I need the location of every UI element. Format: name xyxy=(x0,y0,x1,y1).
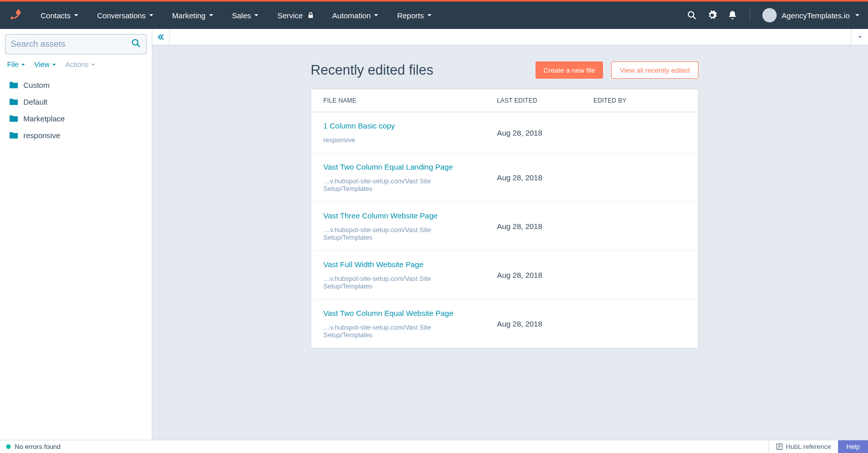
file-path: …v.hubspot-site-setup.com/Vast Site Setu… xyxy=(323,226,473,241)
file-name-link[interactable]: Vast Two Column Equal Website Page xyxy=(323,309,473,317)
main: Recently edited files Create a new file … xyxy=(152,29,868,440)
status-bar: No errors found HubL reference Help xyxy=(0,440,868,453)
status-text: No errors found xyxy=(15,443,60,450)
status-left: No errors found xyxy=(0,443,60,450)
account-label: AgencyTemplates.io xyxy=(782,11,850,20)
view-menu[interactable]: View xyxy=(35,60,56,69)
last-edited: Aug 28, 2018 xyxy=(485,119,581,146)
file-path: …v.hubspot-site-setup.com/Vast Site Setu… xyxy=(323,275,473,290)
nav-sales[interactable]: Sales xyxy=(223,2,269,29)
folder-marketplace[interactable]: Marketplace xyxy=(2,110,150,127)
nav-label: Reports xyxy=(397,11,424,20)
lock-icon xyxy=(307,12,314,19)
last-edited: Aug 28, 2018 xyxy=(485,213,581,240)
avatar xyxy=(762,8,777,22)
table-row[interactable]: Vast Two Column Equal Landing Page …v.hu… xyxy=(311,153,698,202)
nav-reports[interactable]: Reports xyxy=(388,2,441,29)
file-name-link[interactable]: 1 Column Basic copy xyxy=(323,121,473,130)
panel-header: Recently edited files Create a new file … xyxy=(311,61,698,79)
view-all-button[interactable]: View all recently edited xyxy=(611,61,698,79)
nav-items: Contacts Conversations Marketing Sales S… xyxy=(31,2,687,29)
col-file-name: FILE NAME xyxy=(311,89,485,112)
account-menu[interactable]: AgencyTemplates.io xyxy=(762,8,860,22)
nav-label: Automation xyxy=(332,11,371,20)
files-table: FILE NAME LAST EDITED EDITED BY 1 Column… xyxy=(311,89,698,348)
top-nav: Contacts Conversations Marketing Sales S… xyxy=(0,2,868,29)
nav-label: Conversations xyxy=(97,11,146,20)
search-box[interactable] xyxy=(5,34,147,54)
col-edited-by: EDITED BY xyxy=(581,89,698,112)
content: Recently edited files Create a new file … xyxy=(152,45,868,348)
last-edited: Aug 28, 2018 xyxy=(485,164,581,191)
nav-label: Contacts xyxy=(41,11,71,20)
bell-icon[interactable] xyxy=(727,10,738,20)
chevron-down-icon xyxy=(209,13,214,18)
folder-label: Custom xyxy=(23,81,50,89)
toolbar-menu-button[interactable] xyxy=(851,29,868,45)
last-edited: Aug 28, 2018 xyxy=(485,262,581,288)
nav-right: AgencyTemplates.io xyxy=(687,8,860,22)
chevron-down-icon xyxy=(149,13,154,18)
hubl-label: HubL reference xyxy=(786,443,831,450)
file-menu[interactable]: File xyxy=(7,60,25,69)
svg-point-7 xyxy=(132,40,138,45)
secondary-toolbar xyxy=(152,29,868,45)
table-header: FILE NAME LAST EDITED EDITED BY xyxy=(311,89,698,112)
toolbar-fill xyxy=(170,29,851,45)
sidebar: File View Actions Custom Default xyxy=(0,29,152,440)
folder-responsive[interactable]: responsive xyxy=(2,127,150,144)
table-row[interactable]: Vast Two Column Equal Website Page …v.hu… xyxy=(311,300,698,348)
chevron-down-icon xyxy=(374,13,379,18)
table-row[interactable]: Vast Full Width Website Page …v.hubspot-… xyxy=(311,251,698,300)
chevron-down-icon xyxy=(91,62,95,67)
collapse-sidebar-button[interactable] xyxy=(152,29,170,45)
chevron-down-icon xyxy=(427,13,432,18)
help-button[interactable]: Help xyxy=(838,440,868,453)
label: File xyxy=(7,60,19,69)
hubl-reference-button[interactable]: HubL reference xyxy=(769,440,838,453)
edited-by xyxy=(581,169,698,187)
folder-label: responsive xyxy=(23,131,60,140)
nav-conversations[interactable]: Conversations xyxy=(88,2,163,29)
nav-service[interactable]: Service xyxy=(268,2,323,29)
nav-marketing[interactable]: Marketing xyxy=(163,2,223,29)
edited-by xyxy=(581,217,698,236)
edited-by xyxy=(581,123,698,142)
nav-label: Service xyxy=(277,11,303,20)
file-name-link[interactable]: Vast Three Column Website Page xyxy=(323,211,473,220)
panel: Recently edited files Create a new file … xyxy=(311,61,698,348)
file-path: …v.hubspot-site-setup.com/Vast Site Setu… xyxy=(323,323,473,339)
folder-label: Marketplace xyxy=(23,114,65,123)
folder-custom[interactable]: Custom xyxy=(2,77,150,93)
folder-icon xyxy=(9,81,18,89)
svg-line-6 xyxy=(693,17,695,19)
file-path: responsive xyxy=(323,136,473,144)
chevron-down-icon xyxy=(52,62,56,67)
search-input[interactable] xyxy=(11,39,131,49)
actions-menu: Actions xyxy=(65,60,95,69)
gear-icon[interactable] xyxy=(707,10,717,20)
chevron-down-icon xyxy=(254,13,259,18)
table-row[interactable]: Vast Three Column Website Page …v.hubspo… xyxy=(311,202,698,251)
folder-icon xyxy=(9,115,18,122)
file-name-link[interactable]: Vast Full Width Website Page xyxy=(323,260,473,269)
table-row[interactable]: 1 Column Basic copy responsive Aug 28, 2… xyxy=(311,112,698,153)
folder-default[interactable]: Default xyxy=(2,93,150,110)
nav-contacts[interactable]: Contacts xyxy=(31,2,88,29)
nav-automation[interactable]: Automation xyxy=(323,2,388,29)
search-wrap xyxy=(0,29,152,57)
last-edited: Aug 28, 2018 xyxy=(485,310,581,337)
file-name-link[interactable]: Vast Two Column Equal Landing Page xyxy=(323,163,473,171)
edited-by xyxy=(581,315,698,333)
create-file-button[interactable]: Create a new file xyxy=(536,61,603,79)
hubspot-logo[interactable] xyxy=(8,8,22,22)
search-icon[interactable] xyxy=(687,10,697,20)
svg-rect-3 xyxy=(18,9,19,12)
label: Actions xyxy=(65,60,89,69)
col-last-edited: LAST EDITED xyxy=(485,89,581,112)
search-icon[interactable] xyxy=(131,38,141,50)
svg-point-5 xyxy=(688,12,694,17)
folder-icon xyxy=(9,98,18,106)
svg-rect-4 xyxy=(308,15,313,18)
svg-line-8 xyxy=(138,45,140,47)
